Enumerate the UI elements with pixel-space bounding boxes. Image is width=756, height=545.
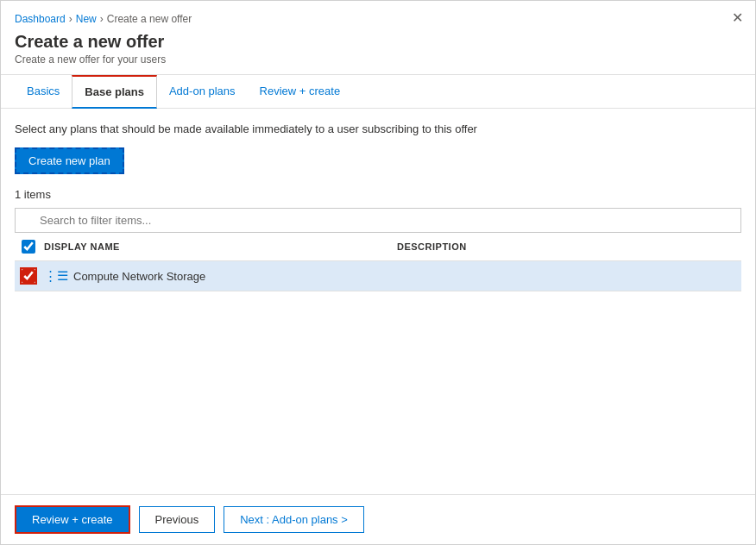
row-display-name: Compute Network Storage: [73, 270, 205, 283]
search-input[interactable]: [15, 208, 741, 233]
close-button[interactable]: ✕: [732, 11, 743, 25]
breadcrumb-dashboard[interactable]: Dashboard: [15, 13, 66, 25]
col-header-display-name: DISPLAY NAME: [44, 241, 388, 252]
row-icon: ⋮☰: [44, 268, 68, 284]
tab-bar: Basics Base plans Add-on plans Review + …: [1, 75, 755, 109]
create-new-plan-button[interactable]: Create new plan: [15, 147, 124, 174]
breadcrumb-sep-2: ›: [100, 13, 104, 25]
panel-header: Dashboard › New › Create a new offer Cre…: [1, 1, 755, 75]
page-subtitle: Create a new offer for your users: [15, 53, 741, 66]
row-checkbox[interactable]: [22, 269, 35, 283]
tab-add-on-plans[interactable]: Add-on plans: [157, 76, 248, 108]
breadcrumb-new[interactable]: New: [76, 13, 97, 25]
select-all-checkbox[interactable]: [22, 240, 35, 254]
body-description: Select any plans that should be made ava…: [15, 122, 741, 135]
next-button[interactable]: Next : Add-on plans >: [224, 506, 364, 533]
items-count: 1 items: [15, 188, 741, 201]
breadcrumb-current: Create a new offer: [107, 13, 192, 25]
row-name: ⋮☰ Compute Network Storage: [44, 268, 388, 284]
tab-base-plans[interactable]: Base plans: [72, 75, 157, 109]
tab-basics[interactable]: Basics: [15, 76, 72, 108]
search-wrapper: 🔍: [15, 208, 741, 233]
breadcrumb-sep-1: ›: [69, 13, 72, 25]
tab-review-create[interactable]: Review + create: [248, 76, 353, 108]
page-title: Create a new offer: [15, 32, 741, 52]
table-header: DISPLAY NAME DESCRIPTION: [15, 233, 741, 261]
review-create-button[interactable]: Review + create: [15, 505, 130, 534]
previous-button[interactable]: Previous: [139, 506, 216, 533]
col-header-description: DESCRIPTION: [397, 241, 741, 252]
table-row: ⋮☰ Compute Network Storage: [15, 261, 741, 291]
panel-footer: Review + create Previous Next : Add-on p…: [1, 494, 755, 544]
create-offer-panel: Dashboard › New › Create a new offer Cre…: [0, 0, 756, 545]
panel-body: Select any plans that should be made ava…: [1, 109, 755, 494]
breadcrumb: Dashboard › New › Create a new offer: [15, 13, 741, 25]
